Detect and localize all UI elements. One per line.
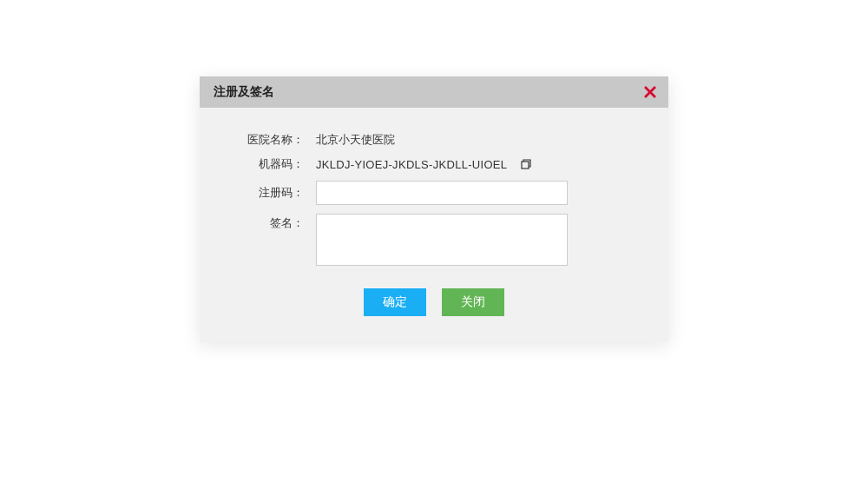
close-button[interactable]: 关闭 <box>442 288 504 316</box>
registration-code-input[interactable] <box>316 181 568 205</box>
dialog-header: 注册及签名 <box>200 76 668 108</box>
registration-code-label: 注册码： <box>234 185 304 201</box>
machine-value-wrap: JKLDJ-YIOEJ-JKDLS-JKDLL-UIOEL <box>304 157 634 171</box>
copy-icon[interactable] <box>519 157 533 171</box>
hospital-row: 医院名称： 北京小天使医院 <box>234 132 634 148</box>
machine-label: 机器码： <box>234 156 304 172</box>
svg-rect-0 <box>522 162 529 169</box>
signature-label: 签名： <box>234 214 304 231</box>
hospital-label: 医院名称： <box>234 132 304 148</box>
registration-dialog: 注册及签名 医院名称： 北京小天使医院 机器码： JKLDJ-YIOEJ-JKD… <box>200 76 668 342</box>
dialog-body: 医院名称： 北京小天使医院 机器码： JKLDJ-YIOEJ-JKDLS-JKD… <box>200 108 668 342</box>
dialog-title: 注册及签名 <box>214 84 274 100</box>
hospital-value-wrap: 北京小天使医院 <box>304 132 634 148</box>
registration-code-row: 注册码： <box>234 181 634 205</box>
signature-row: 签名： <box>234 214 634 269</box>
confirm-button[interactable]: 确定 <box>364 288 426 316</box>
signature-input[interactable] <box>316 214 568 266</box>
hospital-value: 北京小天使医院 <box>316 132 395 148</box>
machine-row: 机器码： JKLDJ-YIOEJ-JKDLS-JKDLL-UIOEL <box>234 156 634 172</box>
registration-code-input-wrap <box>316 181 634 205</box>
signature-input-wrap <box>316 214 634 269</box>
machine-value: JKLDJ-YIOEJ-JKDLS-JKDLL-UIOEL <box>316 158 507 171</box>
dialog-footer: 确定 关闭 <box>234 278 634 320</box>
close-icon[interactable] <box>642 84 658 100</box>
